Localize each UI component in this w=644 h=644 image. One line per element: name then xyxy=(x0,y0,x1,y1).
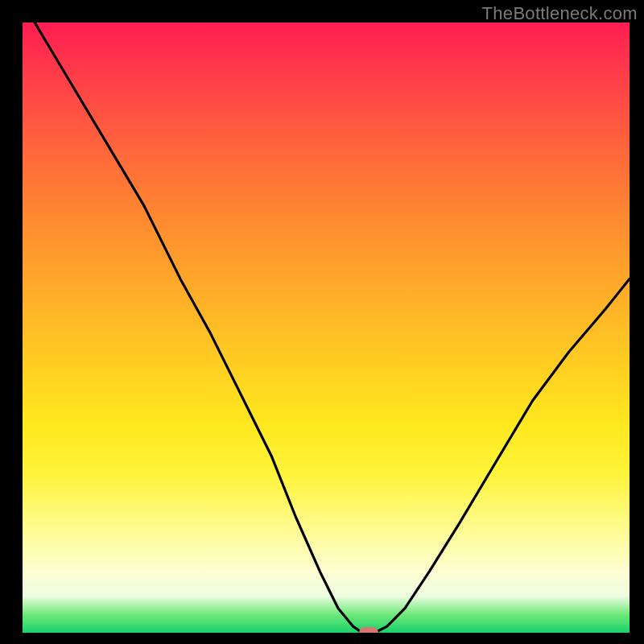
chart-frame: TheBottleneck.com xyxy=(0,0,644,644)
plot-area xyxy=(23,23,630,633)
watermark-text: TheBottleneck.com xyxy=(482,3,638,24)
minimum-marker xyxy=(359,627,378,633)
bottleneck-curve xyxy=(23,23,630,633)
